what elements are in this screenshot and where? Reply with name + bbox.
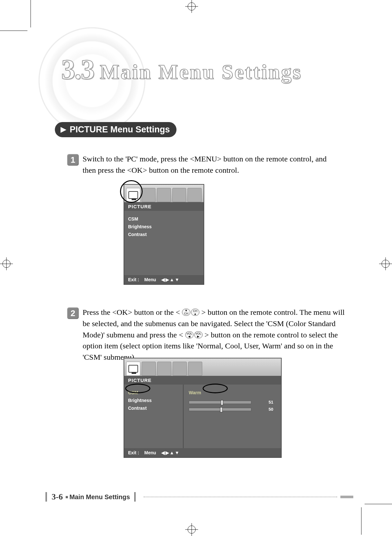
- osd-tab-3[interactable]: [157, 188, 171, 202]
- section-title: Main Menu Settings: [100, 60, 302, 84]
- osd1-footer-menu: Menu: [144, 277, 156, 282]
- osd-picture-menu-2: PICTURE CSM Brightness Contrast Warm 51 …: [124, 358, 282, 458]
- step-1: 1 Switch to the 'PC' mode, press the <ME…: [67, 153, 335, 176]
- step-2: 2 Press the <OK> button or the < ▼CH CH▲…: [67, 307, 348, 363]
- osd2-item-csm[interactable]: CSM: [128, 389, 183, 397]
- osd-1-title: PICTURE: [124, 202, 204, 211]
- registration-mark-top: [185, 0, 198, 13]
- contrast-slider[interactable]: [189, 408, 251, 411]
- osd-2-footer: Exit : Menu ◀▶▲▼: [124, 448, 281, 457]
- osd2-item-brightness[interactable]: Brightness: [128, 397, 183, 405]
- remote-vol-buttons-icon: VOL◀ VOL▶: [185, 331, 203, 338]
- page-title: 3.3 Main Menu Settings: [61, 53, 302, 86]
- contrast-slider-row: 50: [189, 406, 273, 413]
- tv-icon: [128, 191, 138, 199]
- footer-bar-left: ┃: [44, 492, 48, 501]
- osd-2-title: PICTURE: [124, 376, 281, 385]
- footer-page-number: 3-6: [52, 492, 63, 502]
- osd2-tab-picture[interactable]: [126, 362, 140, 376]
- brightness-slider[interactable]: [189, 401, 251, 404]
- footer-title: Main Menu Settings: [69, 493, 130, 501]
- contrast-value: 50: [266, 406, 273, 413]
- osd-1-body: CSM Brightness Contrast: [124, 211, 204, 243]
- registration-mark-bottom: [185, 523, 198, 536]
- osd2-item-contrast[interactable]: Contrast: [128, 405, 183, 412]
- page-footer: ┃ 3-6 ■ Main Menu Settings ┃: [44, 492, 353, 502]
- osd-picture-menu-1: PICTURE CSM Brightness Contrast Exit : M…: [124, 184, 204, 285]
- footer-square-icon: ■: [65, 494, 68, 500]
- osd2-left-pane: CSM Brightness Contrast: [128, 389, 183, 445]
- osd2-tab-5[interactable]: [188, 362, 202, 376]
- osd1-footer-arrows: ◀▶▲▼: [161, 277, 180, 282]
- crop-mark-bottom-right: [353, 496, 392, 536]
- step-2-number: 2: [67, 307, 79, 319]
- footer-bar-right: ┃: [133, 492, 137, 501]
- ch-down-button-icon: ▼CH: [182, 309, 190, 316]
- osd-tab-2[interactable]: [142, 188, 156, 202]
- osd2-tab-2[interactable]: [142, 362, 156, 376]
- remote-ch-buttons-icon: ▼CH CH▲: [182, 309, 199, 316]
- vol-left-button-icon: VOL◀: [185, 331, 194, 338]
- osd-tab-5[interactable]: [187, 188, 202, 202]
- osd2-tab-bar: [124, 358, 281, 376]
- brightness-value: 51: [266, 399, 273, 406]
- registration-mark-right: [379, 257, 392, 270]
- ch-up-button-icon: CH▲: [191, 309, 199, 316]
- osd-tab-4[interactable]: [172, 188, 186, 202]
- osd2-tab-3[interactable]: [157, 362, 171, 376]
- osd1-footer-exit: Exit :: [128, 277, 139, 282]
- osd-1-footer: Exit : Menu ◀▶▲▼: [124, 275, 204, 284]
- osd2-csm-value[interactable]: Warm: [189, 389, 201, 397]
- crop-mark-top-left: [0, 0, 39, 40]
- osd2-right-pane: Warm 51 50: [183, 385, 277, 449]
- footer-dots: [144, 497, 337, 497]
- osd2-footer-arrows: ◀▶▲▼: [161, 450, 180, 455]
- osd2-footer-menu: Menu: [144, 450, 156, 455]
- registration-mark-left: [0, 257, 13, 270]
- subsection-heading: PICTURE Menu Settings: [55, 122, 176, 137]
- footer-endcap: [340, 496, 353, 498]
- osd2-footer-exit: Exit :: [128, 450, 139, 455]
- osd2-tab-4[interactable]: [173, 362, 187, 376]
- osd-tab-picture[interactable]: [126, 188, 140, 202]
- step-1-number: 1: [67, 154, 79, 166]
- osd1-item-brightness[interactable]: Brightness: [128, 223, 200, 231]
- osd1-item-csm[interactable]: CSM: [128, 215, 200, 223]
- brightness-slider-row: 51: [189, 399, 273, 406]
- osd-tab-bar: [124, 185, 204, 202]
- section-number: 3.3: [61, 53, 94, 86]
- osd1-item-contrast[interactable]: Contrast: [128, 231, 200, 239]
- vol-right-button-icon: VOL▶: [194, 331, 203, 338]
- tv-icon: [128, 365, 138, 373]
- step-2-text-a: Press the <OK> button or the <: [83, 308, 180, 316]
- step-1-text: Switch to the 'PC' mode, press the <MENU…: [83, 153, 335, 176]
- step-2-text: Press the <OK> button or the < ▼CH CH▲ >…: [83, 307, 348, 363]
